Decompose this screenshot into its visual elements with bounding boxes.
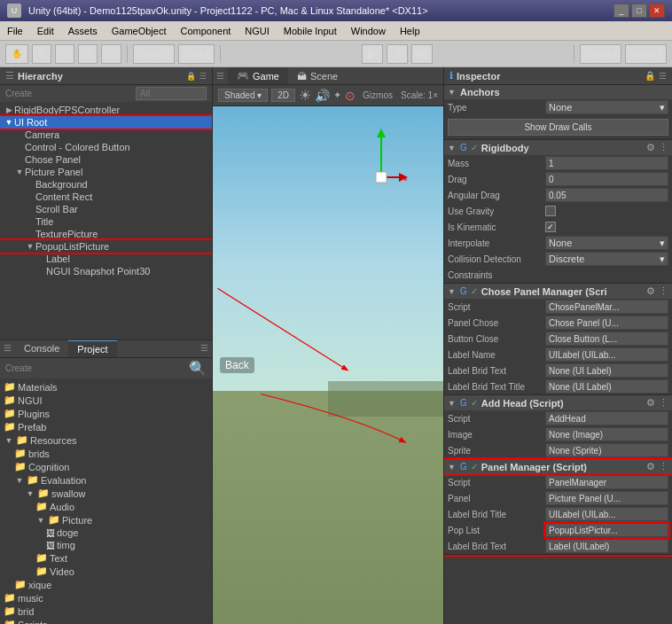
minimize-button[interactable]: _ [613, 4, 629, 18]
light-icon[interactable]: ☀ [299, 87, 311, 104]
project-item-picture[interactable]: ▼ 📁 Picture [0, 513, 212, 526]
enabled-check[interactable]: ✓ [471, 286, 478, 296]
project-item-brid[interactable]: 📁 brid [0, 604, 212, 618]
project-item-scripts[interactable]: 📁 Scripts [0, 618, 212, 624]
coord-dropdown[interactable]: Local ▾ [178, 44, 215, 64]
inspector-settings-icon[interactable]: ☰ [659, 71, 667, 81]
tab-scene[interactable]: 🏔 Scene [288, 67, 347, 84]
search-icon[interactable]: 🔍 [189, 360, 207, 377]
project-item-ngui[interactable]: 📁 NGUI [0, 394, 212, 407]
project-item-resources[interactable]: ▼ 📁 Resources [0, 433, 212, 447]
menu-assets[interactable]: Assets [61, 21, 105, 40]
menu-window[interactable]: Window [344, 21, 393, 40]
console-settings-icon[interactable]: ☰ [197, 340, 212, 357]
interpolate-dropdown[interactable]: None ▾ [545, 236, 668, 250]
hierarchy-item-content-rect[interactable]: Content Rect [0, 191, 212, 203]
menu-gameobject[interactable]: GameObject [105, 21, 174, 40]
project-item-xique[interactable]: 📁 xique [0, 578, 212, 591]
type-dropdown[interactable]: None ▾ [545, 100, 668, 114]
panel-manager-header[interactable]: ▼ G ✓ Panel Manager (Script) ⚙ ⋮ [444, 459, 672, 474]
rigidbody-header[interactable]: ▼ G ✓ Rigidbody ⚙ ⋮ [444, 140, 672, 155]
hierarchy-item-popup-list[interactable]: ▼ PopupListPicture [0, 240, 212, 253]
project-item-audio[interactable]: 📁 Audio [0, 500, 212, 513]
rotate-tool[interactable]: ↺ [55, 44, 74, 64]
enabled-check[interactable]: ✓ [471, 398, 478, 408]
menu-help[interactable]: Help [393, 21, 427, 40]
use-gravity-checkbox[interactable] [545, 206, 556, 216]
settings-dots-icon[interactable]: ⋮ [659, 461, 668, 472]
record-icon[interactable]: ⊙ [345, 89, 356, 103]
hierarchy-item-ngui-snapshot[interactable]: NGUI Snapshot Point30 [0, 265, 212, 277]
layout-dropdown[interactable]: Layout ▾ [625, 44, 667, 64]
scale-tool[interactable]: ⇲ [78, 44, 98, 64]
gear-icon[interactable]: ⚙ [646, 142, 655, 153]
tab-game[interactable]: 🎮 Game [228, 67, 288, 84]
hierarchy-item-picture-panel[interactable]: ▼ Picture Panel [0, 166, 212, 178]
project-item-plugins[interactable]: 📁 Plugins [0, 407, 212, 420]
shaded-dropdown[interactable]: Shaded ▾ [218, 89, 268, 102]
project-item-text[interactable]: 📁 Text [0, 551, 212, 565]
hierarchy-item-rigidbody[interactable]: ▶ RigidBodyFPSController [0, 104, 212, 116]
settings-dots-icon[interactable]: ⋮ [659, 397, 668, 409]
hierarchy-create-btn[interactable]: Create [5, 89, 32, 98]
hierarchy-search-input[interactable] [136, 87, 207, 100]
hierarchy-item-background[interactable]: Background [0, 178, 212, 191]
menu-file[interactable]: File [0, 21, 30, 40]
hierarchy-item-camera[interactable]: Camera [0, 129, 212, 141]
tab-project[interactable]: Project [68, 340, 116, 357]
project-item-brids[interactable]: 📁 brids [0, 447, 212, 460]
chose-panel-header[interactable]: ▼ G ✓ Chose Panel Manager (Scri ⚙ ⋮ [444, 284, 672, 299]
project-item-evaluation[interactable]: ▼ 📁 Evaluation [0, 473, 212, 487]
is-kinematic-checkbox[interactable] [545, 222, 556, 232]
enabled-check[interactable]: ✓ [471, 143, 478, 152]
menu-mobile-input[interactable]: Mobile Input [277, 21, 344, 40]
project-item-doge[interactable]: 🖼 doge [0, 526, 212, 539]
show-draw-calls-button[interactable]: Show Draw Calls [448, 119, 668, 136]
hierarchy-item-texture-picture[interactable]: TexturePicture [0, 228, 212, 240]
rect-tool[interactable]: ▭ [101, 44, 121, 64]
window-controls[interactable]: _ □ ✕ [613, 4, 665, 18]
project-item-materials[interactable]: 📁 Materials [0, 380, 212, 394]
project-item-cognition[interactable]: 📁 Cognition [0, 460, 212, 473]
anchors-header[interactable]: ▼ Anchors [444, 85, 672, 99]
hierarchy-item-scroll-bar[interactable]: Scroll Bar [0, 203, 212, 215]
close-button[interactable]: ✕ [649, 4, 665, 18]
gear-icon[interactable]: ⚙ [646, 461, 655, 472]
gear-icon[interactable]: ⚙ [646, 397, 655, 409]
enabled-check[interactable]: ✓ [471, 462, 478, 472]
audio-icon[interactable]: 🔊 [315, 89, 330, 103]
play-button[interactable]: ▶ [362, 44, 383, 64]
hierarchy-item-title[interactable]: Title [0, 215, 212, 228]
pause-button[interactable]: ⏸ [387, 44, 408, 64]
tab-console[interactable]: Console [15, 340, 68, 357]
hierarchy-lock-icon[interactable]: 🔒 [186, 72, 196, 81]
hierarchy-item-label[interactable]: Label [0, 253, 212, 265]
hierarchy-item-control-button[interactable]: Control - Colored Button [0, 141, 212, 153]
project-item-swallow[interactable]: ▼ 📁 swallow [0, 487, 212, 500]
effects-icon[interactable]: ✦ [333, 90, 341, 101]
project-item-prefab[interactable]: 📁 Prefab [0, 420, 212, 433]
settings-dots-icon[interactable]: ⋮ [659, 142, 668, 153]
project-item-video[interactable]: 📁 Video [0, 565, 212, 578]
project-item-music[interactable]: 📁 music [0, 591, 212, 604]
hand-tool[interactable]: ✋ [5, 44, 28, 64]
collision-detection-dropdown[interactable]: Discrete ▾ [545, 252, 668, 266]
settings-dots-icon[interactable]: ⋮ [659, 285, 668, 297]
back-button[interactable]: Back [220, 357, 254, 373]
hierarchy-settings-icon[interactable]: ☰ [199, 72, 207, 81]
menu-component[interactable]: Component [173, 21, 238, 40]
project-item-timg[interactable]: 🖼 timg [0, 539, 212, 551]
step-button[interactable]: ⏭ [411, 44, 433, 64]
menu-ngui[interactable]: NGUI [238, 21, 277, 40]
add-head-header[interactable]: ▼ G ✓ Add Head (Script) ⚙ ⋮ [444, 395, 672, 410]
pivot-dropdown[interactable]: Center ▾ [133, 44, 175, 64]
maximize-button[interactable]: □ [631, 4, 647, 18]
hierarchy-item-ui-root[interactable]: ▼ UI Root [0, 116, 212, 129]
2d-button[interactable]: 2D [271, 89, 295, 102]
gear-icon[interactable]: ⚙ [646, 285, 655, 297]
hierarchy-item-chose-panel[interactable]: Chose Panel [0, 153, 212, 166]
layers-dropdown[interactable]: Layers ▾ [580, 44, 621, 64]
move-tool[interactable]: ✛ [32, 44, 51, 64]
inspector-lock-icon[interactable]: 🔒 [645, 71, 655, 81]
menu-edit[interactable]: Edit [30, 21, 61, 40]
